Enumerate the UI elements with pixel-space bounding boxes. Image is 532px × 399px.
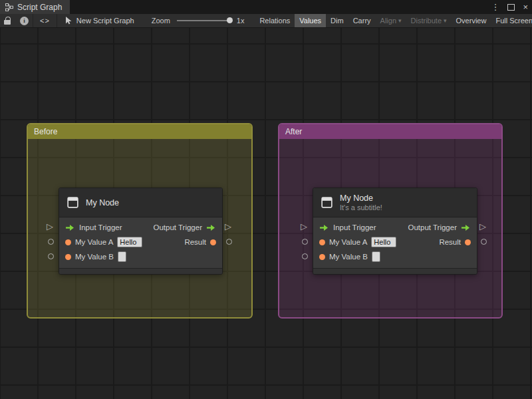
distribute-label: Distribute [411, 17, 442, 25]
align-label: Align [380, 17, 396, 25]
trigger-arrow-icon[interactable] [461, 224, 471, 231]
value-port-icon[interactable] [465, 239, 471, 245]
value-b-label: My Value B [329, 253, 368, 261]
value-port-icon[interactable] [210, 239, 216, 245]
toolbar: i <> New Script Graph Zoom 1x Relations … [0, 14, 532, 28]
outer-value-a-port[interactable] [302, 239, 308, 245]
trigger-arrow-icon[interactable] [65, 224, 75, 231]
node-after[interactable]: My Node It's a subtitle! Input Trigger O… [313, 188, 477, 275]
group-after-header[interactable]: After [279, 124, 501, 139]
dim-button[interactable]: Dim [326, 14, 348, 28]
close-icon[interactable]: × [523, 2, 528, 12]
value-a-label: My Value A [329, 238, 367, 246]
node-icon [66, 196, 80, 209]
node-before[interactable]: My Node Input Trigger Output Trigger My [59, 188, 223, 275]
unity-script-graph-window: Script Graph ⋮ × i <> New Script Graph Z… [0, 0, 532, 399]
fullscreen-button[interactable]: Full Screen [491, 14, 532, 28]
toolbar-toggle-group: Relations Values Dim Carry Align ▾ Distr… [255, 14, 532, 28]
float-window-icon[interactable] [507, 4, 515, 11]
node-icon [320, 196, 334, 209]
node-title: My Node [340, 194, 382, 203]
outer-output-trigger-port[interactable]: ▷ [225, 222, 231, 231]
tab-title: Script Graph [17, 3, 62, 12]
outer-result-port[interactable] [226, 239, 232, 245]
value-a-label: My Value A [75, 238, 113, 246]
outer-value-b-port[interactable] [48, 253, 54, 259]
info-icon[interactable]: i [20, 17, 29, 25]
value-port-icon[interactable] [65, 239, 71, 245]
overview-button[interactable]: Overview [452, 14, 491, 28]
new-script-graph-button[interactable]: New Script Graph [65, 17, 134, 25]
trigger-arrow-icon[interactable] [319, 224, 329, 231]
fullscreen-label: Full Screen [495, 17, 532, 25]
outer-value-a-port[interactable] [48, 239, 54, 245]
toolbar-separator [57, 14, 57, 28]
outer-output-trigger-port[interactable]: ▷ [479, 222, 486, 231]
carry-button[interactable]: Carry [348, 14, 376, 28]
titlebar: Script Graph ⋮ × [0, 0, 532, 14]
new-script-graph-label: New Script Graph [76, 17, 134, 25]
value-port-icon[interactable] [319, 254, 325, 260]
carry-label: Carry [353, 17, 371, 25]
node-after-header[interactable]: My Node It's a subtitle! [313, 188, 477, 217]
group-after-title: After [285, 127, 302, 136]
node-footer [313, 268, 477, 274]
value-b-input[interactable] [118, 251, 126, 262]
output-trigger-label: Output Trigger [408, 223, 457, 231]
distribute-dropdown[interactable]: Distribute ▾ [406, 14, 452, 28]
edit-source-icon[interactable]: <> [40, 17, 50, 25]
node-subtitle: It's a subtitle! [340, 203, 382, 211]
zoom-slider[interactable] [177, 20, 231, 21]
value-b-label: My Value B [75, 253, 114, 261]
value-a-input[interactable] [371, 237, 396, 247]
node-before-header[interactable]: My Node [59, 188, 222, 217]
toolbar-separator [33, 14, 33, 28]
relations-button[interactable]: Relations [255, 14, 295, 28]
input-trigger-label: Input Trigger [333, 223, 376, 231]
window-menu-icon[interactable]: ⋮ [491, 2, 499, 12]
node-footer [59, 268, 222, 274]
align-dropdown[interactable]: Align ▾ [376, 14, 406, 28]
tab-script-graph[interactable]: Script Graph [0, 0, 70, 14]
values-button[interactable]: Values [295, 14, 326, 28]
pointer-icon [65, 17, 72, 25]
zoom-slider-handle[interactable] [227, 17, 233, 23]
result-label: Result [439, 238, 461, 246]
value-b-input[interactable] [372, 251, 380, 262]
dim-label: Dim [331, 17, 344, 25]
value-port-icon[interactable] [319, 239, 325, 245]
lock-icon[interactable] [4, 17, 12, 25]
group-before-title: Before [34, 127, 57, 136]
output-trigger-label: Output Trigger [153, 223, 202, 231]
chevron-down-icon: ▾ [398, 17, 402, 24]
zoom-label: Zoom [152, 17, 170, 25]
values-label: Values [299, 17, 321, 25]
result-label: Result [184, 238, 206, 246]
relations-label: Relations [259, 17, 290, 25]
outer-value-b-port[interactable] [302, 253, 308, 259]
input-trigger-label: Input Trigger [79, 223, 122, 231]
value-port-icon[interactable] [65, 254, 71, 260]
zoom-value: 1x [237, 17, 245, 25]
node-title: My Node [86, 198, 119, 207]
value-a-input[interactable] [117, 237, 142, 247]
outer-result-port[interactable] [481, 239, 487, 245]
outer-input-trigger-port[interactable]: ▷ [301, 222, 307, 231]
trigger-arrow-icon[interactable] [206, 224, 216, 231]
group-before-header[interactable]: Before [28, 124, 251, 139]
outer-input-trigger-port[interactable]: ▷ [47, 222, 53, 231]
overview-label: Overview [456, 17, 487, 25]
script-graph-icon [5, 3, 13, 11]
chevron-down-icon: ▾ [444, 17, 447, 24]
